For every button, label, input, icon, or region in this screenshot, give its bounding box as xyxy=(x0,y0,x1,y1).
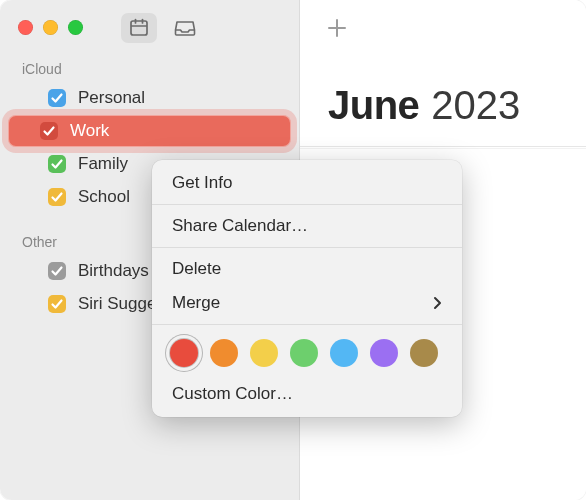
calendar-checkbox[interactable] xyxy=(40,122,58,140)
app-window: iCloudPersonalWorkFamilySchoolOtherBirth… xyxy=(0,0,586,500)
zoom-window-button[interactable] xyxy=(68,20,83,35)
color-swatch[interactable] xyxy=(330,339,358,367)
color-swatch[interactable] xyxy=(290,339,318,367)
date-header: June 2023 xyxy=(300,55,586,146)
calendar-checkbox[interactable] xyxy=(48,89,66,107)
calendar-checkbox[interactable] xyxy=(48,295,66,313)
add-event-button[interactable] xyxy=(322,13,352,43)
color-swatch[interactable] xyxy=(410,339,438,367)
sidebar-section-label: iCloud xyxy=(0,55,299,81)
chevron-right-icon xyxy=(433,296,442,310)
inbox-button[interactable] xyxy=(167,13,203,43)
color-swatch[interactable] xyxy=(370,339,398,367)
close-window-button[interactable] xyxy=(18,20,33,35)
year-label: 2023 xyxy=(431,83,520,128)
main-toolbar xyxy=(300,0,586,55)
window-controls xyxy=(18,20,83,35)
menu-item-label: Share Calendar… xyxy=(172,216,308,236)
calendar-checkbox[interactable] xyxy=(48,155,66,173)
calendar-name-label: Work xyxy=(70,121,109,141)
menu-item-label: Merge xyxy=(172,293,220,313)
calendar-name-label: Family xyxy=(78,154,128,174)
calendar-name-label: Birthdays xyxy=(78,261,149,281)
menu-separator xyxy=(152,324,462,325)
calendar-checkbox[interactable] xyxy=(48,188,66,206)
menu-item-label: Custom Color… xyxy=(172,384,293,404)
calendar-icon xyxy=(129,18,149,38)
svg-rect-0 xyxy=(131,21,147,35)
menu-item-label: Get Info xyxy=(172,173,232,193)
inbox-icon xyxy=(174,18,196,38)
menu-separator xyxy=(152,247,462,248)
calendar-checkbox[interactable] xyxy=(48,262,66,280)
sidebar-calendar-item[interactable]: Personal xyxy=(8,82,291,114)
menu-item-custom-color[interactable]: Custom Color… xyxy=(152,377,462,411)
menu-item-share-calendar[interactable]: Share Calendar… xyxy=(152,209,462,243)
calendar-context-menu: Get Info Share Calendar… Delete Merge Cu… xyxy=(152,160,462,417)
minimize-window-button[interactable] xyxy=(43,20,58,35)
menu-item-delete[interactable]: Delete xyxy=(152,252,462,286)
sidebar-toolbar xyxy=(0,0,299,55)
menu-item-merge[interactable]: Merge xyxy=(152,286,462,320)
color-swatch[interactable] xyxy=(210,339,238,367)
month-label: June xyxy=(328,83,419,128)
menu-separator xyxy=(152,204,462,205)
menu-item-label: Delete xyxy=(172,259,221,279)
calendar-name-label: School xyxy=(78,187,130,207)
calendar-name-label: Personal xyxy=(78,88,145,108)
menu-item-get-info[interactable]: Get Info xyxy=(152,166,462,200)
color-swatch[interactable] xyxy=(170,339,198,367)
calendars-toggle-button[interactable] xyxy=(121,13,157,43)
plus-icon xyxy=(326,17,348,39)
sidebar-calendar-item[interactable]: Work xyxy=(8,115,291,147)
color-swatch-row xyxy=(152,329,462,377)
color-swatch[interactable] xyxy=(250,339,278,367)
